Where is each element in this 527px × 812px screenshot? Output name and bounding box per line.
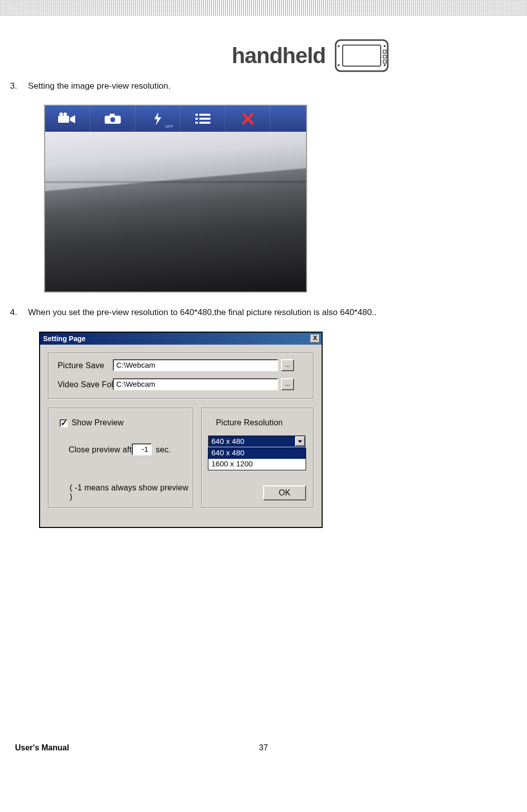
svg-point-12 (63, 113, 67, 116)
svg-point-2 (338, 45, 340, 47)
page-footer: User's Manual 37 (15, 743, 512, 752)
svg-point-15 (110, 117, 115, 122)
settings-dialog-screenshot: Setting Page X Picture Save C:\Webcam ..… (39, 332, 323, 528)
ok-button[interactable]: OK (263, 485, 306, 500)
svg-point-3 (338, 64, 340, 66)
svg-marker-10 (70, 115, 75, 123)
svg-rect-21 (195, 122, 198, 124)
video-save-field[interactable]: C:\Webcam (113, 378, 278, 390)
close-after-suffix: sec. (156, 445, 171, 454)
dialog-close-button[interactable]: X (311, 335, 320, 343)
device-icon (332, 36, 392, 75)
step-3-text: Setting the image pre-view resolution. (28, 81, 170, 91)
list-menu-button[interactable] (180, 106, 225, 132)
footer-page-number: 37 (259, 743, 268, 752)
video-save-browse-button[interactable]: ... (281, 378, 294, 390)
show-preview-label: Show Preview (72, 418, 124, 427)
svg-point-4 (384, 45, 386, 47)
step-3-number: 3. (10, 81, 17, 91)
brand-text: handheld (231, 43, 326, 68)
show-preview-checkbox[interactable] (60, 419, 68, 427)
preview-hint: ( -1 means always show preview ) (70, 483, 193, 501)
svg-rect-6 (383, 50, 386, 53)
step-4-text: When you set the pre-view resolution to … (28, 308, 482, 318)
svg-marker-16 (154, 112, 161, 125)
photo-mode-button[interactable] (90, 106, 135, 132)
camera-toolbar: OFF (45, 106, 306, 132)
page-content: handheld 3. Setting the image pre-view r… (0, 16, 527, 767)
resolution-group: Picture Resolution 640 x 480 640 x 480 1… (201, 408, 314, 508)
resolution-dropdown-list: 640 x 480 1600 x 1200 (208, 447, 306, 470)
video-mode-button[interactable] (45, 106, 90, 132)
page-top-border (0, 0, 527, 16)
svg-rect-7 (383, 55, 386, 58)
svg-rect-18 (199, 114, 210, 116)
close-button[interactable] (225, 106, 271, 132)
footer-title: User's Manual (15, 743, 69, 752)
svg-rect-17 (195, 114, 198, 116)
flash-off-label: OFF (165, 124, 174, 129)
dialog-titlebar: Setting Page X (40, 333, 322, 345)
brand-logo: handheld (231, 36, 392, 75)
svg-point-5 (384, 64, 386, 66)
svg-rect-19 (195, 118, 198, 120)
resolution-combo[interactable]: 640 x 480 (208, 435, 306, 447)
preview-group: Show Preview Close preview after -1 sec.… (48, 408, 193, 508)
flash-toggle-button[interactable]: OFF (135, 106, 180, 132)
resolution-selected: 640 x 480 (211, 437, 244, 445)
picture-save-label: Picture Save (58, 361, 104, 370)
camera-app-screenshot: OFF (44, 105, 307, 293)
save-paths-group: Picture Save C:\Webcam ... Video Save Fo… (48, 353, 314, 399)
svg-rect-22 (199, 122, 210, 124)
svg-rect-9 (58, 116, 69, 123)
picture-save-browse-button[interactable]: ... (281, 359, 294, 371)
chevron-down-icon[interactable] (295, 436, 305, 446)
camera-preview-area (45, 132, 306, 292)
close-after-field[interactable]: -1 (132, 443, 152, 455)
close-after-prefix: Close preview after (69, 445, 139, 454)
svg-rect-8 (383, 60, 386, 63)
step-4-number: 4. (10, 308, 17, 318)
dialog-title: Setting Page (43, 335, 86, 343)
svg-point-11 (59, 113, 63, 116)
resolution-option[interactable]: 1600 x 1200 (208, 459, 306, 470)
svg-rect-20 (199, 118, 210, 120)
resolution-option[interactable]: 640 x 480 (208, 448, 306, 459)
picture-resolution-label: Picture Resolution (216, 418, 283, 427)
picture-save-field[interactable]: C:\Webcam (113, 359, 278, 371)
svg-rect-14 (110, 114, 115, 117)
svg-rect-1 (343, 45, 381, 66)
